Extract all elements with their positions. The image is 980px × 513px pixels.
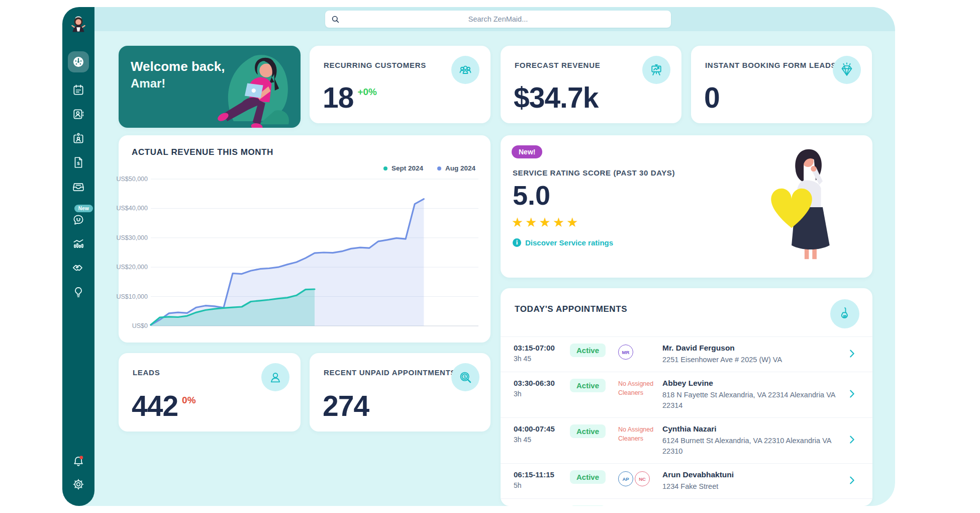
welcome-username: Amar! bbox=[131, 76, 225, 91]
y-axis-tick: US$0 bbox=[132, 322, 148, 329]
sidebar-item-reports[interactable] bbox=[72, 237, 85, 250]
sidebar-item-inbox[interactable] bbox=[72, 180, 85, 193]
appointments-title: TODAY'S APPOINTMENTS bbox=[515, 304, 627, 314]
appointment-time: 06:15-11:15 bbox=[514, 470, 570, 479]
lightbulb-icon bbox=[72, 286, 85, 299]
legend-item[interactable]: Aug 2024 bbox=[437, 164, 475, 172]
cleaner-avatar[interactable]: AP bbox=[618, 471, 633, 486]
customer-address: 818 N Fayette St Alexandria, VA 22314 Al… bbox=[662, 390, 839, 411]
appointment-status-badge: Active bbox=[570, 505, 606, 506]
chart-legend: Sept 2024Aug 2024 bbox=[383, 164, 475, 172]
handshake-icon bbox=[72, 262, 85, 275]
recurring-customers-card: RECURRING CUSTOMERS 18 +0% bbox=[310, 46, 491, 123]
appointment-status-badge: Active bbox=[570, 424, 606, 438]
search-input[interactable] bbox=[325, 10, 671, 28]
sidebar-item-dashboard[interactable] bbox=[68, 51, 89, 72]
search-dollar-icon: $ bbox=[451, 363, 479, 391]
appointment-row[interactable]: 03:30-06:30 3h Active No Assigned Cleane… bbox=[501, 372, 872, 417]
svg-text:$: $ bbox=[463, 374, 466, 379]
forecast-revenue-card: FORECAST REVENUE $34.7k bbox=[501, 46, 681, 123]
zenmaid-dashboard: Welcome back, Amar! RECURRING CU bbox=[0, 0, 980, 513]
new-badge: New! bbox=[512, 145, 542, 158]
todays-appointments-card: TODAY'S APPOINTMENTS 03:15-07:00 3h 45 A… bbox=[501, 288, 872, 506]
sidebar-item-notifications[interactable] bbox=[72, 455, 85, 468]
y-axis-tick: US$50,000 bbox=[116, 176, 148, 183]
sidebar-item-chat[interactable]: New bbox=[72, 213, 85, 226]
broom-icon bbox=[830, 299, 859, 328]
revenue-chart-svg bbox=[151, 179, 478, 327]
presentation-chart-icon bbox=[642, 56, 670, 84]
sidebar-item-settings[interactable] bbox=[72, 478, 85, 491]
legend-item[interactable]: Sept 2024 bbox=[383, 164, 423, 172]
cleaner-avatar[interactable]: MR bbox=[618, 345, 633, 360]
leads-delta: 0% bbox=[182, 395, 195, 406]
discover-ratings-link[interactable]: i Discover Service ratings bbox=[513, 238, 613, 247]
chevron-right-icon[interactable] bbox=[846, 348, 859, 361]
woman-heart-illustration bbox=[764, 142, 844, 272]
sidebar-item-ideas[interactable] bbox=[72, 286, 85, 299]
appointment-time: 04:00-07:45 bbox=[514, 424, 570, 433]
instant-booking-leads-value: 0 bbox=[704, 83, 720, 112]
appointment-status-badge: Active bbox=[570, 379, 606, 392]
search-icon bbox=[331, 15, 340, 24]
no-assigned-cleaners: No Assigned Cleaners bbox=[618, 425, 662, 443]
leads-value: 442 bbox=[132, 392, 178, 420]
customer-name: Abbey Levine bbox=[662, 379, 839, 388]
reports-icon bbox=[72, 237, 85, 250]
appointment-cleaners bbox=[618, 505, 662, 506]
sidebar-item-cleaners[interactable] bbox=[72, 132, 85, 145]
sidebar-item-referrals[interactable] bbox=[72, 262, 85, 275]
diamond-icon bbox=[833, 56, 861, 84]
appointment-duration: 5h bbox=[514, 481, 570, 489]
svg-text:$: $ bbox=[77, 160, 80, 166]
recurring-customers-delta: +0% bbox=[357, 87, 377, 98]
y-axis-tick: US$40,000 bbox=[116, 205, 148, 212]
calendar-icon bbox=[72, 83, 85, 97]
service-rating-card: New! SERVICE RATING SCORE (PAST 30 DAYS)… bbox=[501, 135, 872, 278]
bell-icon bbox=[72, 455, 85, 468]
sidebar-item-calendar[interactable] bbox=[72, 83, 85, 97]
appointment-duration: 3h 45 bbox=[514, 436, 570, 444]
cleaner-avatar[interactable]: NC bbox=[635, 471, 650, 486]
zenmaid-logo[interactable] bbox=[68, 14, 88, 36]
chevron-right-icon[interactable] bbox=[846, 434, 859, 447]
unpaid-appointments-value: 274 bbox=[323, 392, 369, 420]
chart-ylabels: US$0US$10,000US$20,000US$30,000US$40,000… bbox=[119, 179, 148, 326]
welcome-card: Welcome back, Amar! bbox=[119, 46, 301, 128]
instant-booking-leads-card: INSTANT BOOKING FORM LEADS 0 bbox=[691, 46, 872, 123]
cleaners-icon bbox=[72, 132, 85, 145]
instant-booking-leads-label: INSTANT BOOKING FORM LEADS bbox=[705, 61, 836, 69]
forecast-revenue-value: $34.7k bbox=[514, 83, 598, 112]
sidebar-item-customers[interactable] bbox=[72, 108, 85, 121]
appointment-row[interactable]: 07:00-11:45 4h 45 Active Sonia Elizabith bbox=[501, 498, 872, 506]
leads-card: LEADS 442 0% bbox=[119, 353, 301, 432]
chat-icon bbox=[72, 213, 85, 226]
appointment-time: 03:15-07:00 bbox=[514, 344, 570, 352]
y-axis-tick: US$30,000 bbox=[116, 234, 148, 241]
recurring-customers-label: RECURRING CUSTOMERS bbox=[324, 61, 426, 69]
appointment-cleaners: APNC bbox=[618, 470, 662, 486]
appointment-row[interactable]: 06:15-11:15 5h Active APNC Arun Devabhak… bbox=[501, 463, 872, 498]
customer-address: 1234 Fake Street bbox=[662, 481, 839, 492]
sidebar: $ New bbox=[62, 7, 94, 506]
appointment-row[interactable]: 03:15-07:00 3h 45 Active MR Mr. David Fe… bbox=[501, 337, 872, 372]
info-icon: i bbox=[513, 238, 521, 247]
appointment-duration: 3h bbox=[514, 390, 570, 398]
customer-name: Mr. David Ferguson bbox=[662, 344, 839, 353]
appointment-row[interactable]: 04:00-07:45 3h 45 Active No Assigned Cle… bbox=[501, 417, 872, 463]
appointment-time: 03:30-06:30 bbox=[514, 379, 570, 387]
inbox-icon bbox=[72, 180, 85, 193]
customer-name: Sonia Elizabith bbox=[662, 505, 839, 506]
recurring-customers-value: 18 bbox=[323, 83, 353, 112]
appointment-duration: 3h 45 bbox=[514, 355, 570, 363]
appointment-time: 07:00-11:45 bbox=[514, 505, 570, 506]
chevron-right-icon[interactable] bbox=[846, 475, 859, 488]
sidebar-item-invoices[interactable]: $ bbox=[72, 156, 85, 169]
customer-name: Cynthia Nazari bbox=[662, 424, 839, 434]
chevron-right-icon[interactable] bbox=[846, 388, 859, 401]
no-assigned-cleaners: No Assigned Cleaners bbox=[618, 380, 662, 397]
gear-icon bbox=[72, 478, 85, 491]
actual-revenue-chart-card: ACTUAL REVENUE THIS MONTH Sept 2024Aug 2… bbox=[119, 135, 491, 343]
star-rating: ★★★★★ bbox=[512, 215, 580, 230]
customers-icon bbox=[72, 108, 85, 121]
